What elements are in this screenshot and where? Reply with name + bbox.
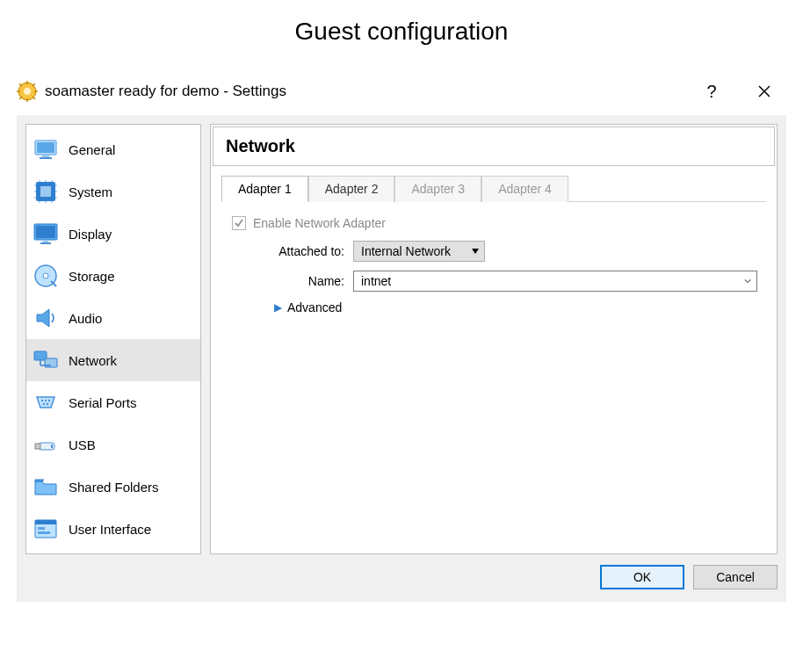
settings-dialog: soamaster ready for demo - Settings ? Ge… [16, 72, 787, 603]
svg-rect-33 [40, 242, 51, 244]
settings-sidebar: General System Display [25, 124, 201, 554]
enable-adapter-label: Enable Network Adapter [253, 216, 386, 230]
svg-point-44 [47, 403, 48, 405]
general-icon [32, 135, 60, 163]
sidebar-item-shared-folders[interactable]: Shared Folders [26, 466, 200, 508]
sidebar-item-user-interface[interactable]: User Interface [26, 508, 200, 550]
svg-line-9 [33, 83, 35, 86]
name-label: Name: [230, 274, 353, 288]
sidebar-item-display[interactable]: Display [26, 213, 200, 255]
sidebar-item-usb[interactable]: USB [26, 423, 200, 466]
svg-rect-13 [37, 142, 54, 153]
main-panel: Network Adapter 1 Adapter 2 Adapter 3 Ad… [210, 124, 778, 554]
svg-line-6 [19, 83, 22, 86]
cancel-button[interactable]: Cancel [693, 565, 778, 589]
folder-icon [32, 473, 60, 501]
advanced-toggle[interactable]: ▶ Advanced [274, 300, 757, 314]
sidebar-item-audio[interactable]: Audio [26, 297, 200, 339]
svg-point-40 [41, 400, 43, 401]
display-icon [32, 220, 60, 248]
sidebar-item-label: Serial Ports [69, 395, 137, 410]
adapter-tabs: Adapter 1 Adapter 2 Adapter 3 Adapter 4 [221, 175, 766, 202]
svg-rect-32 [43, 240, 48, 242]
sidebar-item-label: General [69, 142, 115, 157]
tab-adapter-1[interactable]: Adapter 1 [221, 176, 308, 202]
sidebar-item-label: User Interface [69, 522, 151, 537]
sidebar-item-label: Storage [69, 269, 115, 284]
sidebar-item-label: Display [69, 227, 112, 242]
help-button[interactable]: ? [698, 78, 725, 105]
storage-icon [32, 262, 60, 290]
titlebar: soamaster ready for demo - Settings ? [17, 73, 786, 115]
tab-adapter-3: Adapter 3 [394, 176, 481, 202]
svg-line-7 [33, 97, 35, 99]
svg-rect-50 [38, 527, 45, 530]
sidebar-item-serial-ports[interactable]: Serial Ports [26, 381, 200, 423]
sidebar-item-label: Network [69, 353, 117, 368]
attached-to-label: Attached to: [230, 244, 353, 258]
svg-line-8 [19, 97, 22, 99]
caret-down-icon [472, 249, 479, 254]
tab-adapter-4: Adapter 4 [481, 176, 568, 202]
svg-point-43 [43, 403, 45, 405]
sidebar-item-label: Audio [69, 311, 102, 326]
svg-rect-14 [42, 155, 49, 157]
usb-icon [32, 430, 60, 459]
ui-icon [32, 515, 60, 543]
system-icon [32, 177, 60, 206]
close-button[interactable] [751, 78, 778, 105]
svg-rect-47 [51, 444, 53, 448]
svg-point-41 [45, 400, 47, 401]
svg-marker-52 [472, 249, 479, 254]
sidebar-item-storage[interactable]: Storage [26, 255, 200, 297]
svg-rect-51 [38, 531, 50, 534]
panel-header: Network [213, 126, 775, 166]
attached-to-dropdown[interactable]: Internal Network [353, 241, 485, 262]
sidebar-item-network[interactable]: Network [26, 339, 200, 381]
name-combobox[interactable]: intnet [353, 271, 757, 292]
sidebar-item-label: Shared Folders [69, 480, 159, 495]
sidebar-item-general[interactable]: General [26, 128, 200, 170]
svg-point-35 [43, 273, 48, 278]
gear-icon [17, 81, 38, 102]
serial-icon [32, 388, 60, 416]
svg-rect-31 [36, 226, 55, 238]
audio-icon [32, 304, 60, 332]
advanced-label: Advanced [287, 300, 342, 314]
sidebar-item-system[interactable]: System [26, 170, 200, 213]
attached-to-value: Internal Network [361, 244, 451, 258]
tab-adapter-2[interactable]: Adapter 2 [308, 176, 395, 202]
svg-point-1 [24, 88, 31, 95]
svg-rect-46 [35, 444, 40, 449]
svg-rect-15 [40, 157, 52, 159]
page-title: Guest configuration [0, 18, 803, 46]
chevron-down-icon [744, 278, 751, 284]
sidebar-item-label: System [69, 184, 112, 199]
network-icon [32, 346, 60, 374]
enable-adapter-checkbox [232, 216, 246, 230]
triangle-right-icon: ▶ [274, 301, 282, 314]
svg-point-42 [48, 400, 50, 401]
svg-rect-49 [35, 520, 56, 524]
sidebar-item-label: USB [69, 437, 96, 452]
ok-button[interactable]: OK [600, 565, 684, 589]
svg-rect-17 [40, 186, 51, 197]
window-title: soamaster ready for demo - Settings [45, 83, 286, 100]
dialog-buttons: OK Cancel [25, 565, 778, 589]
name-value: intnet [361, 274, 391, 288]
enable-adapter-row: Enable Network Adapter [232, 216, 757, 230]
tab-content: Enable Network Adapter Attached to: Inte… [211, 202, 777, 329]
